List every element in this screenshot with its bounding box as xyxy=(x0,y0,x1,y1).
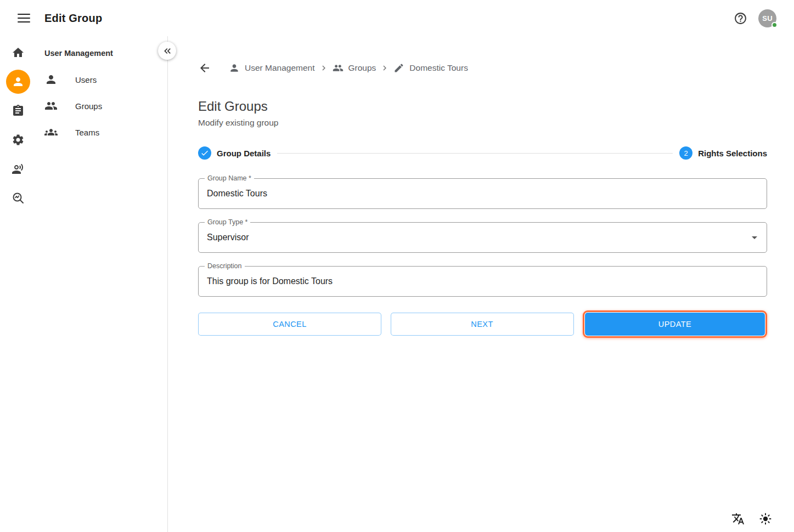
people-icon xyxy=(44,99,58,112)
sidebar-item-label: Groups xyxy=(75,101,102,111)
app-title: Edit Group xyxy=(44,12,102,25)
translate-button[interactable] xyxy=(731,512,745,525)
group-type-field[interactable]: Group Type * Supervisor xyxy=(198,222,767,253)
next-button[interactable]: NEXT xyxy=(391,313,574,336)
chevron-right-icon xyxy=(380,63,390,73)
rail-item-analytics[interactable] xyxy=(6,186,30,210)
breadcrumb-item-domestic-tours[interactable]: Domestic Tours xyxy=(393,63,468,73)
step-rights-selections[interactable]: 2 Rights Selections xyxy=(679,146,767,160)
dropdown-arrow-icon[interactable] xyxy=(748,231,761,244)
group-name-field: Group Name * xyxy=(198,178,767,209)
rail-item-home[interactable] xyxy=(6,41,30,65)
person-icon xyxy=(12,75,25,88)
help-button[interactable] xyxy=(734,12,747,25)
main-content: User Management Groups Domestic Tours xyxy=(168,36,794,532)
step-number-badge: 2 xyxy=(679,146,692,160)
description-input[interactable] xyxy=(199,267,767,296)
app-root: Edit Group SU xyxy=(0,0,794,532)
sidebar-item-label: Teams xyxy=(75,128,99,137)
menu-icon xyxy=(18,14,30,15)
sidebar-item-users[interactable]: Users xyxy=(36,66,167,93)
back-button[interactable] xyxy=(198,61,211,75)
stepper: Group Details 2 Rights Selections xyxy=(198,146,767,160)
gear-icon xyxy=(12,133,25,146)
breadcrumb-item-groups[interactable]: Groups xyxy=(333,63,376,73)
description-field: Description xyxy=(198,266,767,297)
record-voice-icon xyxy=(12,162,25,176)
form-actions: CANCEL NEXT UPDATE xyxy=(198,310,767,338)
breadcrumb-label: Groups xyxy=(348,63,376,73)
user-avatar[interactable]: SU xyxy=(758,9,776,27)
sidebar-header: User Management xyxy=(36,36,167,58)
sidebar-item-teams[interactable]: Teams xyxy=(36,119,167,145)
avatar-initials: SU xyxy=(762,14,773,22)
person-icon xyxy=(229,63,240,73)
sidebar-collapse-button[interactable] xyxy=(158,42,176,60)
page-subtitle: Modify existing group xyxy=(198,118,767,128)
edit-group-form: Group Name * Group Type * Supervisor Des… xyxy=(198,178,767,338)
person-icon xyxy=(44,73,58,86)
groups-icon xyxy=(44,126,58,139)
group-type-value: Supervisor xyxy=(207,233,249,242)
breadcrumb-label: User Management xyxy=(245,63,315,73)
page-title: Edit Groups xyxy=(198,99,767,114)
breadcrumb-item-user-management[interactable]: User Management xyxy=(229,63,315,73)
group-type-label: Group Type * xyxy=(205,218,250,227)
double-chevron-left-icon xyxy=(162,46,173,56)
group-name-input[interactable] xyxy=(199,179,767,208)
sidebar: User Management Users Groups Teams xyxy=(36,36,168,532)
help-icon xyxy=(734,12,747,25)
step-label: Group Details xyxy=(217,149,271,158)
step-group-details[interactable]: Group Details xyxy=(198,146,271,160)
stepper-connector xyxy=(277,153,673,154)
sidebar-item-groups[interactable]: Groups xyxy=(36,93,167,119)
rail-item-settings[interactable] xyxy=(6,128,30,152)
clipboard-icon xyxy=(12,104,25,117)
people-icon xyxy=(333,63,343,73)
brightness-sun-icon xyxy=(759,512,772,525)
step-label: Rights Selections xyxy=(698,149,767,158)
sidebar-list: Users Groups Teams xyxy=(36,66,167,145)
chevron-right-icon xyxy=(319,63,329,73)
cancel-button[interactable]: CANCEL xyxy=(198,313,381,336)
brightness-button[interactable] xyxy=(759,512,772,525)
nav-rail xyxy=(0,36,36,532)
menu-button[interactable] xyxy=(16,12,31,25)
update-button[interactable]: UPDATE xyxy=(585,313,765,336)
sidebar-item-label: Users xyxy=(75,75,97,84)
step-complete-check-icon xyxy=(198,146,211,160)
update-highlight-ring: UPDATE xyxy=(583,310,767,338)
rail-item-announcements[interactable] xyxy=(6,157,30,181)
troubleshoot-icon xyxy=(12,191,25,205)
footer-actions xyxy=(731,512,772,525)
arrow-back-icon xyxy=(198,61,211,75)
home-icon xyxy=(12,46,25,59)
breadcrumb-label: Domestic Tours xyxy=(409,63,468,73)
rail-item-assignments[interactable] xyxy=(6,99,30,123)
translate-icon xyxy=(731,512,745,525)
rail-item-user-management[interactable] xyxy=(6,70,30,94)
appbar-actions: SU xyxy=(734,9,776,27)
edit-pencil-icon xyxy=(393,63,404,73)
online-status-indicator xyxy=(772,22,778,28)
app-bar: Edit Group SU xyxy=(0,0,794,36)
breadcrumb: User Management Groups Domestic Tours xyxy=(198,60,767,76)
